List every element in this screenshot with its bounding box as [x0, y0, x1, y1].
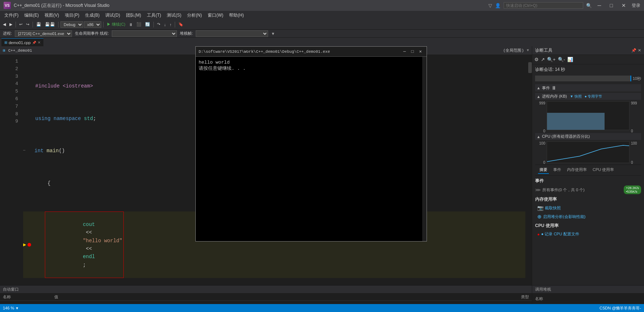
- diag-close-icon[interactable]: ✕: [638, 48, 641, 53]
- step-in-button[interactable]: ↓: [162, 22, 168, 27]
- lifecycle-label: 生命周期事件 线程:: [75, 31, 109, 36]
- heap-analysis-button[interactable]: ⊕ 启用堆分析(会影响性能): [535, 213, 641, 221]
- memory-collapse-icon[interactable]: ▲: [537, 94, 541, 99]
- current-line-indicator: ▶: [23, 241, 26, 249]
- editor-content[interactable]: 1 2 3 4 5 6 7 8 9 #include <iostream>: [0, 55, 532, 285]
- menu-edit[interactable]: 编辑(E): [21, 12, 42, 19]
- diag-chart-icon[interactable]: 📊: [567, 57, 573, 62]
- quick-launch-input[interactable]: [504, 2, 583, 9]
- restart-button[interactable]: 🔄: [144, 21, 152, 27]
- timeline-marker: [630, 76, 631, 81]
- process-label: 进程:: [3, 31, 12, 36]
- tab-demo01-cpp[interactable]: ⊞ demo01.cpp 📌 ✕: [1, 38, 43, 46]
- int-keyword: int: [34, 147, 43, 155]
- snapshot-button[interactable]: 📷 截取快照: [535, 204, 641, 212]
- title-bar-right: ▽ 👤 🔍 ─ □ ✕ 登录: [488, 2, 640, 9]
- timeline-end: 10秒: [633, 76, 641, 81]
- heap-label: 启用堆分析(会影响性能): [543, 214, 585, 219]
- events-label: 事件: [542, 85, 550, 91]
- process-combo[interactable]: [27216] C++_demo01.exe: [15, 30, 72, 37]
- tab-events[interactable]: 事件: [552, 166, 563, 174]
- space2: [81, 115, 84, 123]
- toolbar-pause[interactable]: ⏸: [127, 22, 134, 27]
- tab-pin-icon[interactable]: 📌: [32, 41, 36, 44]
- back-button[interactable]: ◀: [1, 21, 7, 27]
- string-val: "hello world": [83, 238, 122, 244]
- tab-close-button[interactable]: ✕: [38, 40, 41, 44]
- menu-tools[interactable]: 工具(T): [144, 12, 164, 19]
- diag-zoom-out-icon[interactable]: 🔍-: [558, 57, 565, 62]
- thread-combo[interactable]: [112, 30, 177, 37]
- call-stack-tab[interactable]: 调用堆栈: [535, 287, 551, 292]
- semi: ;: [83, 262, 86, 268]
- timeline: 10秒: [535, 76, 641, 81]
- memory-chart: [547, 101, 630, 130]
- diag-settings-icon[interactable]: ⚙: [534, 57, 539, 62]
- zoom-level[interactable]: 146 % ▼: [3, 306, 19, 310]
- stack-label: 堆栈帧:: [180, 31, 193, 36]
- diagnostics-toolbar: ⚙ ↗ 🔍+ 🔍- 📊: [532, 55, 644, 64]
- memory-max-right: 999: [631, 101, 641, 105]
- menu-build[interactable]: 生成(B): [82, 12, 102, 19]
- diag-export-icon[interactable]: ↗: [541, 57, 545, 62]
- namespace-keyword: namespace: [54, 115, 81, 123]
- events-collapse-icon[interactable]: ▲: [537, 86, 541, 90]
- diagnostics-tabs: 摘要 事件 内存使用率 CPU 使用率: [535, 164, 641, 176]
- minimize-button[interactable]: ─: [595, 2, 604, 9]
- auto-window-tab[interactable]: 自动窗口: [3, 287, 19, 292]
- undo-button[interactable]: ↩: [18, 21, 24, 27]
- menu-test[interactable]: 测试(S): [164, 12, 184, 19]
- maximize-button[interactable]: □: [607, 2, 616, 9]
- tab-cpu-usage[interactable]: CPU 使用率: [591, 166, 615, 174]
- diagnostics-title: 诊断工具: [535, 47, 552, 54]
- login-text[interactable]: 登录: [632, 3, 640, 9]
- session-label: 诊断会话: 14 秒: [535, 67, 641, 73]
- tab-memory-usage[interactable]: 内存使用率: [565, 166, 588, 174]
- parens: (): [59, 147, 65, 155]
- cpu-min-left: 0: [535, 161, 545, 164]
- save-all-button[interactable]: 💾💾: [43, 21, 56, 27]
- menu-file[interactable]: 文件(F): [1, 12, 21, 19]
- save-button[interactable]: 💾: [35, 21, 43, 27]
- record-cpu-button[interactable]: ● ● 记录 CPU 配置文件: [535, 230, 641, 238]
- close-button[interactable]: ✕: [619, 2, 629, 9]
- tab-summary[interactable]: 摘要: [538, 166, 549, 174]
- separator-4: [103, 22, 103, 27]
- cpu-summary-section: CPU 使用率 ● ● 记录 CPU 配置文件: [535, 223, 641, 238]
- events-summary: 事件 ⋙ 所有事件(0 个，共 0 个) +28.2K/s•535K/s: [535, 178, 641, 194]
- memory-label: 进程内存 (KB): [542, 94, 567, 99]
- line-numbers: 1 2 3 4 5 6 7 8 9: [6, 55, 20, 285]
- bottom-area: 自动窗口 名称 值 类型 调用堆栈 名称: [0, 285, 644, 304]
- menu-help[interactable]: 帮助(H): [226, 12, 247, 19]
- redo-button[interactable]: ↪: [25, 21, 31, 27]
- breakpoint-button[interactable]: 🔖: [177, 21, 185, 27]
- platform-combo[interactable]: x86: [84, 21, 101, 28]
- separator-2: [33, 22, 33, 27]
- scroll-thumb[interactable]: [528, 62, 532, 73]
- menu-debug[interactable]: 调试(D): [102, 12, 123, 19]
- step-over-button[interactable]: ↷: [156, 21, 162, 27]
- events-pause-icon[interactable]: ⏸: [551, 85, 556, 91]
- menu-view[interactable]: 视图(V): [42, 12, 62, 19]
- menu-project[interactable]: 项目(P): [62, 12, 82, 19]
- diag-zoom-in-icon[interactable]: 🔍+: [547, 57, 556, 62]
- continue-button[interactable]: ▶ 继续(C): [105, 21, 127, 28]
- tab-bar: ⊞ demo01.cpp 📌 ✕: [0, 38, 644, 46]
- menu-team[interactable]: 团队(M): [123, 12, 144, 19]
- code-boxed: cout << "hello world" << endl ;: [45, 211, 124, 278]
- stream-op1: <<: [83, 230, 95, 235]
- editor-scrollbar[interactable]: [528, 55, 532, 285]
- status-right: CSDN @懒羊羊夯夯哥-: [599, 305, 641, 311]
- step-out-button[interactable]: ↑: [168, 22, 173, 27]
- menu-analyze[interactable]: 分析(N): [184, 12, 205, 19]
- console-scrollbar[interactable]: [422, 57, 427, 241]
- separator-6: [175, 22, 175, 27]
- stop-button[interactable]: ⬛: [135, 21, 143, 27]
- cpu-collapse-icon[interactable]: ▲: [537, 134, 541, 139]
- debug-config-combo[interactable]: Debug: [60, 21, 83, 28]
- diag-pin-icon[interactable]: 📌: [631, 48, 636, 53]
- menu-window[interactable]: 窗口(W): [205, 12, 226, 19]
- stack-combo[interactable]: [196, 30, 268, 37]
- search-icon: 🔍: [586, 3, 592, 8]
- forward-button[interactable]: ▶: [8, 21, 14, 27]
